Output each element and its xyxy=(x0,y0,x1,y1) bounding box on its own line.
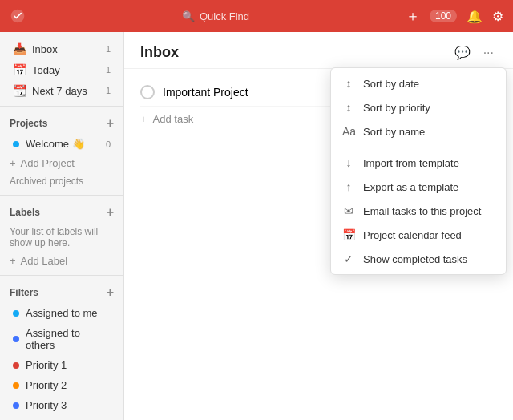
sidebar-next7-label: Next 7 days xyxy=(32,85,87,97)
sidebar-item-filter-2[interactable]: Priority 1 xyxy=(3,355,120,375)
filter-dot xyxy=(13,336,19,342)
labels-empty-text: Your list of labels will show up here. xyxy=(0,223,123,252)
filters-section-header[interactable]: Filters + xyxy=(0,281,123,303)
page-title: Inbox xyxy=(140,44,179,61)
add-task-label: Add task xyxy=(153,113,194,125)
quick-find-label: Quick Find xyxy=(200,10,249,22)
dropdown-item-sort-name[interactable]: AaSort by name xyxy=(331,119,506,143)
export-template-label: Export as a template xyxy=(363,181,458,193)
dropdown-item-sort-date[interactable]: ↕Sort by date xyxy=(331,71,506,95)
settings-icon[interactable]: ⚙ xyxy=(492,9,503,24)
add-filter-section-icon[interactable]: + xyxy=(107,285,114,300)
sort-priority-icon: ↕ xyxy=(342,101,355,114)
filter-dot xyxy=(13,310,19,317)
sidebar-item-inbox[interactable]: 📥 Inbox 1 xyxy=(3,38,120,59)
dropdown-item-email-tasks[interactable]: ✉Email tasks to this project xyxy=(331,199,506,223)
main-header: Inbox 💬 ··· xyxy=(124,32,513,69)
sidebar-divider-3 xyxy=(0,275,123,276)
add-label-row[interactable]: + Add Label xyxy=(0,252,123,270)
layout: 📥 Inbox 1 📅 Today 1 📆 Next 7 days 1 Proj… xyxy=(0,32,513,420)
comment-button[interactable]: 💬 xyxy=(451,43,474,62)
dropdown-menu: ↕Sort by date↕Sort by priorityAaSort by … xyxy=(330,67,507,275)
main-actions: 💬 ··· xyxy=(451,43,497,62)
add-label-section-icon[interactable]: + xyxy=(107,205,114,220)
project-circle-icon xyxy=(140,85,155,99)
calendar-feed-icon: 📅 xyxy=(342,228,355,241)
next7-badge: 1 xyxy=(106,86,111,95)
main-content: Inbox 💬 ··· Important Project + Add task… xyxy=(124,32,513,420)
sort-date-icon: ↕ xyxy=(342,77,355,90)
dropdown-items-list: ↕Sort by date↕Sort by priorityAaSort by … xyxy=(331,71,506,271)
dropdown-item-show-completed[interactable]: ✓Show completed tasks xyxy=(331,247,506,271)
filter-dot xyxy=(13,362,19,369)
app-logo-icon[interactable] xyxy=(10,8,26,24)
header-right: ＋ 100 🔔 ⚙ xyxy=(406,6,503,26)
filter-item-label: Priority 1 xyxy=(26,359,67,371)
sidebar-item-filter-3[interactable]: Priority 2 xyxy=(3,375,120,395)
sidebar-item-filter-5[interactable]: Priority 4 xyxy=(3,415,120,420)
bell-icon[interactable]: 🔔 xyxy=(467,9,483,24)
filter-item-label: Assigned to others xyxy=(26,327,111,351)
dropdown-divider xyxy=(331,147,506,147)
labels-label: Labels xyxy=(10,207,40,218)
add-label-plus-icon: + xyxy=(10,255,16,267)
karma-badge: 100 xyxy=(430,10,457,22)
inbox-badge: 1 xyxy=(106,44,111,54)
header: 🔍 Quick Find ＋ 100 🔔 ⚙ xyxy=(0,0,513,32)
sort-date-label: Sort by date xyxy=(363,78,419,90)
filter-dot xyxy=(13,402,19,409)
sidebar-item-filter-0[interactable]: Assigned to me xyxy=(3,303,120,323)
add-project-icon[interactable]: + xyxy=(107,116,114,131)
add-task-icon[interactable]: ＋ xyxy=(406,6,420,26)
sidebar-divider-2 xyxy=(0,195,123,196)
filter-item-label: Assigned to me xyxy=(26,307,98,319)
email-tasks-icon: ✉ xyxy=(342,204,355,217)
sidebar-item-today[interactable]: 📅 Today 1 xyxy=(3,59,120,80)
today-badge: 1 xyxy=(106,65,111,75)
projects-label: Projects xyxy=(10,118,47,129)
add-project-label: Add Project xyxy=(21,157,75,169)
add-task-plus-icon: + xyxy=(140,113,147,125)
filter-item-label: Priority 3 xyxy=(26,399,67,411)
archived-projects[interactable]: Archived projects xyxy=(0,172,123,190)
calendar-feed-label: Project calendar feed xyxy=(363,229,462,241)
sidebar-inbox-label: Inbox xyxy=(32,43,58,55)
sort-name-label: Sort by name xyxy=(363,126,425,138)
project-name: Important Project xyxy=(163,86,248,99)
header-left xyxy=(10,8,26,24)
quick-find-button[interactable]: 🔍 Quick Find xyxy=(182,10,249,22)
today-icon: 📅 xyxy=(13,63,26,76)
sort-priority-label: Sort by priority xyxy=(363,102,430,114)
projects-section-header[interactable]: Projects + xyxy=(0,111,123,134)
sidebar-today-label: Today xyxy=(32,64,60,76)
labels-section-header[interactable]: Labels + xyxy=(0,200,123,223)
sidebar-item-filter-4[interactable]: Priority 3 xyxy=(3,395,120,415)
inbox-icon: 📥 xyxy=(13,42,26,55)
archived-label: Archived projects xyxy=(10,176,83,187)
sidebar-item-next7[interactable]: 📆 Next 7 days 1 xyxy=(3,80,120,101)
dropdown-item-sort-priority[interactable]: ↕Sort by priority xyxy=(331,95,506,119)
dropdown-item-calendar-feed[interactable]: 📅Project calendar feed xyxy=(331,223,506,247)
more-options-button[interactable]: ··· xyxy=(480,44,497,62)
import-template-icon: ↓ xyxy=(342,156,355,169)
sidebar-item-filter-1[interactable]: Assigned to others xyxy=(3,323,120,355)
sidebar-divider-1 xyxy=(0,106,123,107)
filter-item-label: Priority 2 xyxy=(26,379,67,391)
show-completed-icon: ✓ xyxy=(342,252,355,265)
dropdown-item-import-template[interactable]: ↓Import from template xyxy=(331,151,506,175)
email-tasks-label: Email tasks to this project xyxy=(363,205,481,217)
filter-dot xyxy=(13,382,19,389)
dropdown-item-export-template[interactable]: ↑Export as a template xyxy=(331,175,506,199)
sidebar: 📥 Inbox 1 📅 Today 1 📆 Next 7 days 1 Proj… xyxy=(0,32,124,420)
search-icon: 🔍 xyxy=(182,10,195,22)
next7-icon: 📆 xyxy=(13,84,26,97)
project-dot xyxy=(13,141,19,147)
show-completed-label: Show completed tasks xyxy=(363,253,467,265)
import-template-label: Import from template xyxy=(363,157,459,169)
add-project-row[interactable]: + Add Project xyxy=(0,154,123,172)
add-project-plus-icon: + xyxy=(10,157,16,169)
sidebar-item-project-welcome[interactable]: Welcome 👋 0 xyxy=(3,134,120,154)
filter-items-list: Assigned to meAssigned to othersPriority… xyxy=(0,303,123,420)
project-welcome-badge: 0 xyxy=(106,139,111,149)
sort-name-icon: Aa xyxy=(342,125,355,138)
